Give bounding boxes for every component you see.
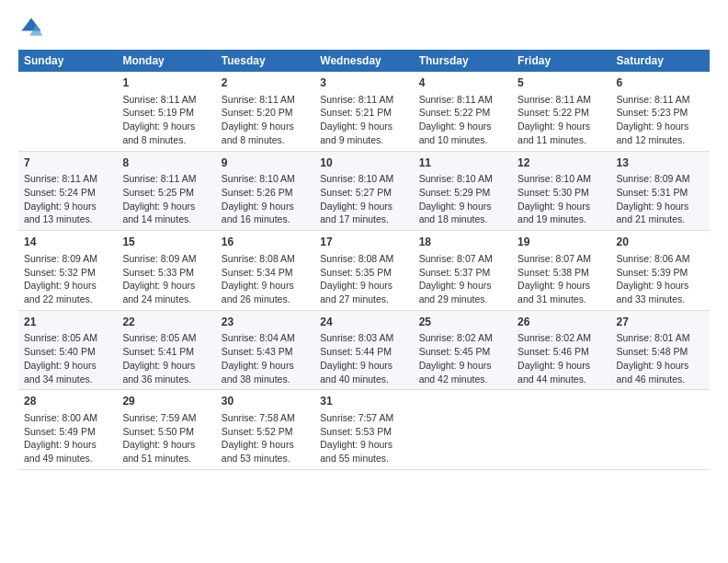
cell-info-line: Sunset: 5:52 PM bbox=[222, 425, 309, 439]
cell-info-line: and 18 minutes. bbox=[419, 213, 506, 226]
day-number: 24 bbox=[320, 315, 407, 330]
cell-info-line: Sunset: 5:27 PM bbox=[320, 186, 407, 200]
cell-info-line: Sunrise: 8:11 AM bbox=[122, 93, 210, 107]
day-number: 22 bbox=[122, 315, 210, 330]
cell-info-line: Sunset: 5:22 PM bbox=[419, 106, 506, 120]
calendar-cell: 16Sunrise: 8:08 AMSunset: 5:34 PMDayligh… bbox=[216, 231, 314, 311]
cell-info-line: Daylight: 9 hours bbox=[122, 279, 210, 293]
calendar-cell: 15Sunrise: 8:09 AMSunset: 5:33 PMDayligh… bbox=[117, 231, 215, 311]
calendar-cell: 22Sunrise: 8:05 AMSunset: 5:41 PMDayligh… bbox=[117, 310, 215, 390]
cell-info-line: Sunrise: 8:10 AM bbox=[320, 172, 407, 186]
cell-info-line: Sunrise: 8:07 AM bbox=[518, 252, 605, 266]
cell-info-line: and 13 minutes. bbox=[24, 213, 111, 226]
cell-info-line: and 31 minutes. bbox=[518, 293, 605, 306]
calendar-cell: 31Sunrise: 7:57 AMSunset: 5:53 PMDayligh… bbox=[314, 390, 413, 470]
day-number: 31 bbox=[320, 394, 407, 409]
calendar-body: 1Sunrise: 8:11 AMSunset: 5:19 PMDaylight… bbox=[18, 72, 710, 469]
cell-info-line: Daylight: 9 hours bbox=[518, 359, 605, 373]
cell-info-line: Sunset: 5:50 PM bbox=[122, 425, 210, 439]
cell-info-line: Daylight: 9 hours bbox=[24, 438, 111, 452]
day-number: 5 bbox=[518, 75, 605, 91]
cell-info-line: Sunrise: 8:11 AM bbox=[518, 93, 605, 107]
cell-info-line: Sunset: 5:39 PM bbox=[617, 266, 704, 280]
calendar-cell: 23Sunrise: 8:04 AMSunset: 5:43 PMDayligh… bbox=[216, 310, 314, 390]
cell-info-line: and 8 minutes. bbox=[122, 133, 210, 147]
cell-info-line: Sunset: 5:20 PM bbox=[222, 106, 309, 120]
cell-info-line: Sunrise: 8:08 AM bbox=[320, 252, 407, 266]
cell-info-line: Sunrise: 8:10 AM bbox=[518, 172, 605, 186]
cell-info-line: Daylight: 9 hours bbox=[222, 120, 309, 133]
cell-info-line: Sunset: 5:24 PM bbox=[24, 186, 111, 200]
calendar-cell: 18Sunrise: 8:07 AMSunset: 5:37 PMDayligh… bbox=[414, 231, 512, 311]
cell-info-line: and 53 minutes. bbox=[222, 452, 309, 465]
cell-info-line: and 26 minutes. bbox=[222, 293, 309, 306]
cell-info-line: Daylight: 9 hours bbox=[222, 279, 309, 293]
cell-info-line: Sunrise: 8:00 AM bbox=[24, 411, 111, 425]
cell-info-line: Sunset: 5:34 PM bbox=[222, 266, 309, 280]
day-number: 17 bbox=[320, 235, 407, 250]
calendar-cell: 9Sunrise: 8:10 AMSunset: 5:26 PMDaylight… bbox=[216, 151, 314, 231]
day-number: 21 bbox=[24, 315, 111, 330]
cell-info-line: Sunset: 5:19 PM bbox=[122, 106, 210, 120]
cell-info-line: and 16 minutes. bbox=[222, 213, 309, 226]
cell-info-line: and 44 minutes. bbox=[518, 373, 605, 386]
cell-info-line: Sunrise: 8:05 AM bbox=[122, 331, 210, 345]
cell-info-line: Sunset: 5:21 PM bbox=[320, 106, 407, 120]
day-of-week-header: Friday bbox=[512, 50, 610, 72]
day-number: 9 bbox=[222, 155, 309, 171]
calendar-cell: 24Sunrise: 8:03 AMSunset: 5:44 PMDayligh… bbox=[314, 310, 413, 390]
cell-info-line: Daylight: 9 hours bbox=[320, 279, 407, 293]
day-of-week-header: Tuesday bbox=[216, 50, 314, 72]
calendar-week-row: 21Sunrise: 8:05 AMSunset: 5:40 PMDayligh… bbox=[18, 310, 710, 390]
calendar-cell bbox=[18, 72, 117, 151]
cell-info-line: Daylight: 9 hours bbox=[222, 359, 309, 373]
logo-icon bbox=[18, 15, 44, 40]
calendar-cell: 26Sunrise: 8:02 AMSunset: 5:46 PMDayligh… bbox=[512, 310, 610, 390]
day-number: 10 bbox=[320, 155, 407, 171]
day-number: 28 bbox=[24, 394, 111, 409]
day-number: 8 bbox=[122, 155, 210, 171]
calendar-cell: 2Sunrise: 8:11 AMSunset: 5:20 PMDaylight… bbox=[216, 72, 314, 151]
cell-info-line: Sunrise: 8:03 AM bbox=[320, 331, 407, 345]
cell-info-line: Sunrise: 8:10 AM bbox=[419, 172, 506, 186]
cell-info-line: Sunrise: 8:09 AM bbox=[24, 252, 111, 266]
cell-info-line: Daylight: 9 hours bbox=[617, 120, 704, 133]
cell-info-line: Sunset: 5:31 PM bbox=[617, 186, 704, 200]
cell-info-line: Sunset: 5:32 PM bbox=[24, 266, 111, 280]
cell-info-line: Daylight: 9 hours bbox=[320, 200, 407, 213]
day-number: 27 bbox=[617, 315, 704, 330]
cell-info-line: Sunrise: 8:11 AM bbox=[320, 93, 407, 107]
calendar-cell: 19Sunrise: 8:07 AMSunset: 5:38 PMDayligh… bbox=[512, 231, 610, 311]
cell-info-line: and 17 minutes. bbox=[320, 213, 407, 226]
cell-info-line: Daylight: 9 hours bbox=[122, 120, 210, 133]
day-number: 14 bbox=[24, 235, 111, 250]
calendar-cell: 30Sunrise: 7:58 AMSunset: 5:52 PMDayligh… bbox=[216, 390, 314, 470]
cell-info-line: Sunrise: 8:02 AM bbox=[419, 331, 506, 345]
day-number: 11 bbox=[419, 155, 506, 171]
cell-info-line: Sunrise: 8:01 AM bbox=[617, 331, 704, 345]
cell-info-line: Daylight: 9 hours bbox=[419, 359, 506, 373]
cell-info-line: Sunset: 5:45 PM bbox=[419, 345, 506, 359]
cell-info-line: Sunrise: 8:09 AM bbox=[617, 172, 704, 186]
cell-info-line: and 55 minutes. bbox=[320, 452, 407, 465]
calendar-cell: 1Sunrise: 8:11 AMSunset: 5:19 PMDaylight… bbox=[117, 72, 215, 151]
cell-info-line: Sunset: 5:29 PM bbox=[419, 186, 506, 200]
day-number: 6 bbox=[617, 75, 704, 91]
day-of-week-header: Sunday bbox=[18, 50, 117, 72]
cell-info-line: Sunset: 5:23 PM bbox=[617, 106, 704, 120]
cell-info-line: and 46 minutes. bbox=[617, 373, 704, 386]
day-number: 15 bbox=[122, 235, 210, 250]
cell-info-line: Daylight: 9 hours bbox=[518, 120, 605, 133]
page-header bbox=[18, 15, 710, 40]
cell-info-line: Daylight: 9 hours bbox=[518, 200, 605, 213]
cell-info-line: Daylight: 9 hours bbox=[617, 359, 704, 373]
cell-info-line: Daylight: 9 hours bbox=[518, 279, 605, 293]
cell-info-line: Daylight: 9 hours bbox=[122, 438, 210, 452]
cell-info-line: Sunset: 5:33 PM bbox=[122, 266, 210, 280]
calendar-week-row: 28Sunrise: 8:00 AMSunset: 5:49 PMDayligh… bbox=[18, 390, 710, 470]
cell-info-line: Sunset: 5:26 PM bbox=[222, 186, 309, 200]
calendar-cell: 13Sunrise: 8:09 AMSunset: 5:31 PMDayligh… bbox=[611, 151, 710, 231]
page-container: SundayMondayTuesdayWednesdayThursdayFrid… bbox=[0, 0, 728, 479]
cell-info-line: Daylight: 9 hours bbox=[122, 200, 210, 213]
cell-info-line: Daylight: 9 hours bbox=[222, 200, 309, 213]
